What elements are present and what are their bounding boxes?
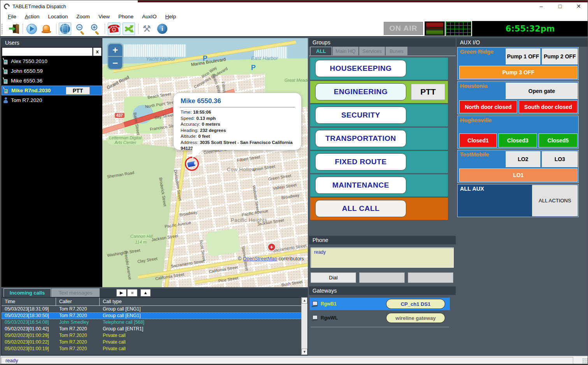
group-ptt-button[interactable]: PTT [411,84,445,100]
settings-button[interactable]: ⚒ [140,23,153,35]
gateways-panel: Gateways RgwB1 CP_ch1 DS1 RgwWL wireline… [309,286,456,355]
playback-play-button[interactable]: ▶ [116,289,126,297]
calls-scrollbar[interactable]: ▲ ▼ [301,297,307,355]
popup-field: Speed:0.13 mph [174,116,301,122]
user-row[interactable]: John 6550.59 [2,66,102,76]
street-label: 114 m [135,240,147,244]
hospital-marker[interactable]: + [267,243,276,251]
user-search-input[interactable] [2,47,93,56]
close-button[interactable]: ✕ [574,2,584,11]
phone-blank-button[interactable] [359,272,405,283]
toolbar-grip[interactable] [1,23,3,34]
street-label: Cannon Hill [130,234,153,239]
zoom-in-button[interactable]: + [89,23,102,35]
group-button-housekeeping[interactable]: HOUSEKEEPING [315,60,406,77]
map-view[interactable]: 437 Yacht HarborEast HarborMarina Boulev… [102,38,308,287]
pump3-button[interactable]: Pump 3 OFF [459,66,577,79]
gateway-name: RgwB1 [321,301,337,307]
menu-zoom[interactable]: Zoom [72,13,94,20]
lo3-button[interactable]: LO3 [542,151,577,167]
open-gate-button[interactable]: Open gate [506,83,577,99]
bottom-edge-strip [0,364,588,365]
group-band: HOUSEKEEPING [310,58,448,80]
menu-file[interactable]: File [4,13,21,20]
group-button-security[interactable]: SECURITY [315,107,406,124]
aux-site-label: Green Ridge [460,49,493,55]
user-name: Alex 7550.2010 [11,58,47,64]
street-label: Yacht Harbor [146,56,176,62]
map-zoom-in-button[interactable]: + [108,44,122,56]
info-button[interactable]: i [156,23,169,35]
aux-site-label: TestMobile [460,151,489,158]
call-row[interactable]: 05/02/2023[01:00:29]Tom R7.2020Private c… [2,332,307,339]
user-ptt-button[interactable]: PTT [66,87,90,95]
group-button-all-call[interactable]: ALL CALL [315,200,406,217]
group-button-fixed-route[interactable]: FIXED ROUTE [315,153,406,170]
gateway-channel-button[interactable]: wireline gateway [386,313,445,323]
tab-text-messages[interactable]: Text messages [51,288,100,297]
map-globe-button[interactable] [59,23,71,35]
menu-auxio[interactable]: AuxIO [138,13,161,20]
group-button-transportation[interactable]: TRANSPORTATION [315,130,406,147]
playback-stop-button[interactable]: ■ [127,289,137,297]
closed1-button[interactable]: Closed1 [459,133,497,147]
tab-all[interactable]: ALL [310,47,332,55]
maximize-button[interactable]: □ [555,2,565,11]
on-air-indicator: ON AIR [384,22,423,35]
lo1-button[interactable]: LO1 [459,168,577,182]
user-row[interactable]: Tom R7.2020 [2,95,102,105]
route-shield: 437 [115,113,125,118]
gateway-row[interactable]: RgwWL wireline gateway [310,312,450,324]
menu-view[interactable]: View [94,13,114,20]
osm-link[interactable]: OpenStreetMap [243,256,277,261]
user-row[interactable]: Mike 6550.36 [2,76,102,86]
closed5-button[interactable]: Closed5 [539,133,577,147]
south-door-button[interactable]: South door closed [519,100,577,113]
street-label: East Harbor [251,55,278,61]
gateway-channel-button[interactable]: CP_ch1 DS1 [386,299,445,309]
call-row[interactable]: 05/03/2023[18:31:09]Tom R7.2020Group cal… [2,306,307,312]
dial-button[interactable]: Dial [311,272,356,283]
user-row-selected[interactable]: Mike R7nd.2030 PTT [2,86,102,95]
all-actions-button[interactable]: ALL ACTIONS [532,185,577,216]
lo2-button[interactable]: LO2 [506,151,540,167]
phone-blank-button[interactable] [408,272,453,283]
top-edge-strip [138,0,588,2]
group-band: TRANSPORTATION [310,128,448,150]
user-row[interactable]: Alex 7550.2010 [2,56,102,66]
closed3-button[interactable]: Closed3 [498,133,537,147]
menu-location[interactable]: Location [44,13,72,20]
call-row[interactable]: 05/02/2023[01:00:42]Tom R7.2020Group cal… [2,326,307,332]
patch-button[interactable] [123,23,135,35]
group-button-maintenance[interactable]: MAINTENANCE [315,177,406,194]
menu-phone[interactable]: Phone [114,13,138,20]
menu-action[interactable]: Action [21,13,44,20]
call-row-selected[interactable]: 05/03/2023[18:30:50]Tom R7.2020Group cal… [2,312,307,319]
zoom-out-button[interactable]: − [74,23,87,35]
tab-main-hq[interactable]: Main HQ [333,47,358,55]
phone-button[interactable]: ☎ [108,23,120,35]
playback-up-button[interactable]: ▲ [140,289,151,297]
north-door-button[interactable]: North door closed [459,100,517,113]
call-row[interactable]: 05/03/2023[16:54:08]John SmedleyTelephon… [2,319,307,326]
menu-help[interactable]: Help [161,13,180,20]
call-row[interactable]: 05/02/2023[01:00:22]Tom R7.2020Private c… [2,339,307,346]
tab-incoming-calls[interactable]: Incoming calls [4,288,51,297]
gateway-row-selected[interactable]: RgwB1 CP_ch1 DS1 [310,298,450,310]
aux-section-houstonia: Houstonia Open gate North door closed So… [457,81,579,114]
tab-services[interactable]: Services [359,47,385,55]
pump1-button[interactable]: Pump 1 OFF [506,49,540,64]
minimize-button[interactable]: – [536,2,546,11]
group-band: MAINTENANCE [310,174,448,197]
call-row[interactable]: 05/02/2023[01:00:19]Tom R7.2020Private c… [2,346,307,352]
play-button[interactable] [25,23,38,35]
group-button-engineering[interactable]: ENGINEERING [315,83,406,100]
pump2-button[interactable]: Pump 2 OFF [542,49,577,64]
map-zoom-out-button[interactable]: − [108,57,122,69]
alert-button[interactable] [40,23,53,35]
tab-buses[interactable]: Buses [386,47,407,55]
resize-grip[interactable] [582,358,588,363]
search-clear-button[interactable]: x [93,47,102,56]
exit-button[interactable] [7,23,20,35]
users-header: Users [2,39,102,47]
